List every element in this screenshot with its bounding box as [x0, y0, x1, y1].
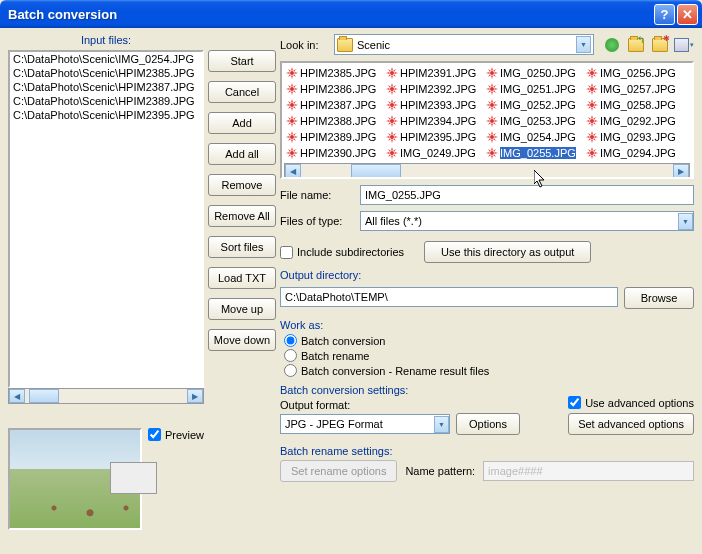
- irfanview-file-icon: [285, 98, 299, 112]
- move-up-button[interactable]: Move up: [208, 298, 276, 320]
- file-item[interactable]: HPIM2393.JPG: [384, 97, 484, 113]
- input-file-item[interactable]: C:\DataPhoto\Scenic\HPIM2389.JPG: [10, 94, 202, 108]
- chevron-down-icon[interactable]: ▼: [678, 213, 693, 230]
- svg-point-5: [290, 151, 294, 155]
- irfanview-file-icon: [485, 98, 499, 112]
- file-item[interactable]: HPIM2387.JPG: [284, 97, 384, 113]
- input-files-scrollbar[interactable]: ◀ ▶: [8, 388, 204, 404]
- irfanview-file-icon: [585, 66, 599, 80]
- chevron-down-icon[interactable]: ▼: [434, 416, 449, 433]
- file-item[interactable]: HPIM2390.JPG: [284, 145, 384, 161]
- rename-settings-label: Batch rename settings:: [280, 445, 694, 457]
- input-files-list[interactable]: C:\DataPhoto\Scenic\IMG_0254.JPGC:\DataP…: [8, 50, 204, 388]
- file-item[interactable]: IMG_0251.JPG: [484, 81, 584, 97]
- work-as-label: Work as:: [280, 319, 694, 331]
- input-file-item[interactable]: C:\DataPhoto\Scenic\HPIM2387.JPG: [10, 80, 202, 94]
- start-button[interactable]: Start: [208, 50, 276, 72]
- output-format-dropdown[interactable]: JPG - JPEG Format ▼: [280, 414, 450, 434]
- irfanview-file-icon: [485, 82, 499, 96]
- preview-checkbox[interactable]: Preview: [148, 428, 204, 441]
- svg-point-7: [390, 87, 394, 91]
- svg-point-8: [390, 103, 394, 107]
- add-button[interactable]: Add: [208, 112, 276, 134]
- file-item[interactable]: IMG_0292.JPG: [584, 113, 684, 129]
- remove-button[interactable]: Remove: [208, 174, 276, 196]
- file-item[interactable]: HPIM2394.JPG: [384, 113, 484, 129]
- svg-point-18: [590, 71, 594, 75]
- file-item[interactable]: IMG_0255.JPG: [484, 145, 584, 161]
- file-item[interactable]: IMG_0257.JPG: [584, 81, 684, 97]
- irfanview-file-icon: [385, 130, 399, 144]
- irfanview-file-icon: [285, 82, 299, 96]
- file-item[interactable]: IMG_0253.JPG: [484, 113, 584, 129]
- bc-settings-label: Batch conversion settings:: [280, 384, 560, 396]
- file-item[interactable]: HPIM2395.JPG: [384, 129, 484, 145]
- set-advanced-button[interactable]: Set advanced options: [568, 413, 694, 435]
- file-item[interactable]: HPIM2392.JPG: [384, 81, 484, 97]
- file-item[interactable]: IMG_0254.JPG: [484, 129, 584, 145]
- remove-all-button[interactable]: Remove All: [208, 205, 276, 227]
- svg-point-1: [290, 87, 294, 91]
- input-file-item[interactable]: C:\DataPhoto\Scenic\HPIM2385.JPG: [10, 66, 202, 80]
- preview-image: [8, 428, 142, 530]
- filetype-dropdown[interactable]: All files (*.*) ▼: [360, 211, 694, 231]
- file-item[interactable]: HPIM2386.JPG: [284, 81, 384, 97]
- input-file-item[interactable]: C:\DataPhoto\Scenic\HPIM2395.JPG: [10, 108, 202, 122]
- view-menu-icon[interactable]: [674, 35, 694, 55]
- work-radio-0[interactable]: Batch conversion: [280, 333, 694, 348]
- irfanview-file-icon: [585, 82, 599, 96]
- svg-point-10: [390, 135, 394, 139]
- file-item[interactable]: HPIM2388.JPG: [284, 113, 384, 129]
- irfanview-file-icon: [585, 130, 599, 144]
- svg-point-0: [290, 71, 294, 75]
- advanced-options-checkbox[interactable]: Use advanced options: [568, 396, 694, 409]
- output-dir-input[interactable]: C:\DataPhoto\TEMP\: [280, 287, 618, 307]
- work-radio-1[interactable]: Batch rename: [280, 348, 694, 363]
- file-browser[interactable]: HPIM2385.JPGHPIM2386.JPGHPIM2387.JPGHPIM…: [280, 61, 694, 179]
- file-item[interactable]: IMG_0249.JPG: [384, 145, 484, 161]
- back-icon[interactable]: [602, 35, 622, 55]
- file-item[interactable]: IMG_0256.JPG: [584, 65, 684, 81]
- file-item[interactable]: IMG_0293.JPG: [584, 129, 684, 145]
- file-item[interactable]: IMG_0258.JPG: [584, 97, 684, 113]
- irfanview-file-icon: [485, 130, 499, 144]
- add-all-button[interactable]: Add all: [208, 143, 276, 165]
- filetype-label: Files of type:: [280, 215, 354, 227]
- lookin-dropdown[interactable]: Scenic ▼: [334, 34, 594, 55]
- name-pattern-input: image####: [483, 461, 694, 481]
- move-down-button[interactable]: Move down: [208, 329, 276, 351]
- chevron-down-icon[interactable]: ▼: [576, 36, 591, 53]
- scroll-left-icon[interactable]: ◀: [285, 164, 301, 178]
- lookin-value: Scenic: [357, 39, 572, 51]
- set-rename-button: Set rename options: [280, 460, 397, 482]
- filename-input[interactable]: IMG_0255.JPG: [360, 185, 694, 205]
- file-item[interactable]: IMG_0294.JPG: [584, 145, 684, 161]
- up-folder-icon[interactable]: [626, 35, 646, 55]
- help-button[interactable]: ?: [654, 4, 675, 25]
- browse-button[interactable]: Browse: [624, 287, 694, 309]
- svg-point-13: [490, 87, 494, 91]
- irfanview-file-icon: [385, 114, 399, 128]
- file-browser-scrollbar[interactable]: ◀ ▶: [284, 163, 690, 179]
- sort-files-button[interactable]: Sort files: [208, 236, 276, 258]
- work-radio-2[interactable]: Batch conversion - Rename result files: [280, 363, 694, 378]
- irfanview-file-icon: [385, 82, 399, 96]
- file-item[interactable]: IMG_0250.JPG: [484, 65, 584, 81]
- scroll-right-icon[interactable]: ▶: [673, 164, 689, 178]
- scroll-right-icon[interactable]: ▶: [187, 389, 203, 403]
- load-txt-button[interactable]: Load TXT: [208, 267, 276, 289]
- include-subdirs-checkbox[interactable]: Include subdirectories: [280, 246, 404, 259]
- file-item[interactable]: HPIM2389.JPG: [284, 129, 384, 145]
- file-item[interactable]: HPIM2385.JPG: [284, 65, 384, 81]
- input-file-item[interactable]: C:\DataPhoto\Scenic\IMG_0254.JPG: [10, 52, 202, 66]
- use-directory-button[interactable]: Use this directory as output: [424, 241, 591, 263]
- irfanview-file-icon: [285, 146, 299, 160]
- close-button[interactable]: ✕: [677, 4, 698, 25]
- file-item[interactable]: IMG_0252.JPG: [484, 97, 584, 113]
- new-folder-icon[interactable]: [650, 35, 670, 55]
- irfanview-file-icon: [285, 66, 299, 80]
- scroll-left-icon[interactable]: ◀: [9, 389, 25, 403]
- cancel-button[interactable]: Cancel: [208, 81, 276, 103]
- options-button[interactable]: Options: [456, 413, 520, 435]
- file-item[interactable]: HPIM2391.JPG: [384, 65, 484, 81]
